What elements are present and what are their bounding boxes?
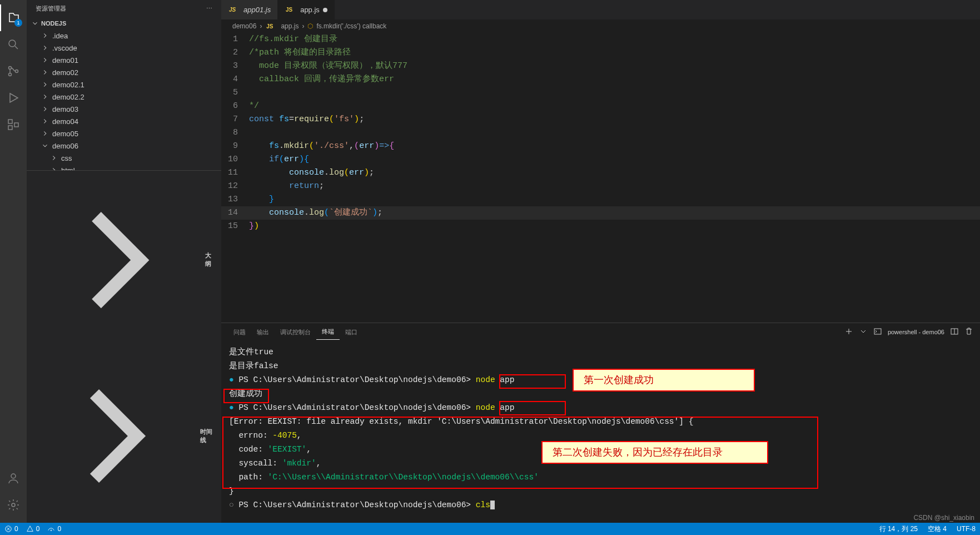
status-position[interactable]: 行 14，列 25 <box>879 524 918 534</box>
tree-folder[interactable]: demo05 <box>27 127 221 140</box>
svg-point-3 <box>9 73 12 76</box>
svg-rect-6 <box>8 120 12 123</box>
tree-folder[interactable]: .vscode <box>27 42 221 54</box>
terminal-line: ○ PS C:\Users\Administrator\Desktop\node… <box>229 498 972 512</box>
terminal-profile-icon[interactable] <box>873 327 882 337</box>
tree-folder[interactable]: demo04 <box>27 115 221 127</box>
status-port[interactable]: 0 <box>47 525 61 533</box>
svg-rect-8 <box>14 123 18 127</box>
extensions-icon[interactable] <box>0 111 27 138</box>
js-file-icon: JS <box>265 22 274 31</box>
js-file-icon: JS <box>228 6 237 14</box>
new-terminal-icon[interactable] <box>844 327 853 337</box>
tree-folder[interactable]: .idea <box>27 29 221 42</box>
svg-point-2 <box>9 67 12 70</box>
tree-folder-expanded[interactable]: demo06 <box>27 140 221 152</box>
panel-tab-ports[interactable]: 端口 <box>340 325 363 340</box>
panel-tabs: 问题 输出 调试控制台 终端 端口 powershell - demo06 <box>221 323 980 341</box>
tree-folder[interactable]: html <box>27 164 221 170</box>
outline-section[interactable]: 大纲 <box>27 171 221 349</box>
tab-app[interactable]: JSapp.js <box>278 0 335 19</box>
tree-folder[interactable]: demo02.1 <box>27 78 221 91</box>
watermark: CSDN @shi_xiaobin <box>913 514 974 522</box>
panel-tab-terminal[interactable]: 终端 <box>316 324 340 340</box>
split-terminal-icon[interactable] <box>950 327 959 337</box>
debug-icon[interactable] <box>0 85 27 111</box>
symbol-icon: ⬡ <box>307 22 313 30</box>
breadcrumb[interactable]: demo06 › JSapp.js › ⬡fs.mkdir('./css') c… <box>221 19 980 33</box>
panel-tab-debug[interactable]: 调试控制台 <box>275 325 316 340</box>
editor-tabs: JSapp01.js JSapp.js <box>221 0 980 19</box>
terminal-line: ● PS C:\Users\Administrator\Desktop\node… <box>229 401 972 415</box>
panel-tab-problems[interactable]: 问题 <box>228 325 251 340</box>
svg-rect-13 <box>874 329 881 334</box>
status-errors[interactable]: 0 <box>4 525 18 533</box>
annotation-label: 第一次创建成功 <box>573 369 755 392</box>
sidebar-header: 资源管理器 ⋯ <box>27 0 221 17</box>
dropdown-icon[interactable] <box>859 327 868 337</box>
terminal-label[interactable]: powershell - demo06 <box>888 329 944 335</box>
js-file-icon: JS <box>285 6 293 14</box>
svg-point-9 <box>11 474 16 478</box>
trash-icon[interactable] <box>964 327 973 337</box>
svg-line-1 <box>15 46 18 49</box>
svg-point-10 <box>12 503 15 507</box>
tree-folder[interactable]: demo01 <box>27 54 221 66</box>
svg-marker-5 <box>10 93 18 102</box>
more-icon[interactable]: ⋯ <box>206 5 212 12</box>
terminal-line: 是文件true <box>229 345 972 359</box>
svg-point-4 <box>16 70 18 73</box>
terminal-line: } <box>229 484 972 498</box>
sidebar: 资源管理器 ⋯ NODEJS .idea .vscode demo01 demo… <box>27 0 221 523</box>
tree-root[interactable]: NODEJS <box>27 17 221 29</box>
explorer-icon[interactable]: 1 <box>0 4 27 31</box>
tree-folder[interactable]: css <box>27 152 221 164</box>
status-bar: 0 0 0 行 14，列 25 空格 4 UTF-8 <box>0 523 980 535</box>
timeline-section[interactable]: 时间线 <box>27 349 221 523</box>
svg-point-0 <box>9 40 16 47</box>
terminal-line: path: 'C:\\Users\\Administrator\\Desktop… <box>229 470 972 484</box>
annotation-label: 第二次创建失败，因为已经存在此目录 <box>541 441 768 464</box>
terminal-content[interactable]: 是文件true 是目录false ● PS C:\Users\Administr… <box>221 341 980 523</box>
terminal-line: [Error: EEXIST: file already exists, mkd… <box>229 415 972 429</box>
svg-point-19 <box>51 530 52 531</box>
tree-folder[interactable]: demo03 <box>27 103 221 115</box>
code-editor[interactable]: 1//fs.mkdir 创建目录2/*path 将创建的目录路径3 mode 目… <box>221 33 980 323</box>
search-icon[interactable] <box>0 31 27 58</box>
activity-bar: 1 <box>0 0 27 523</box>
tab-app01[interactable]: JSapp01.js <box>221 0 278 19</box>
editor-area: JSapp01.js JSapp.js demo06 › JSapp.js › … <box>221 0 980 523</box>
tree-folder[interactable]: demo02.2 <box>27 91 221 103</box>
account-icon[interactable] <box>0 465 27 492</box>
source-control-icon[interactable] <box>0 58 27 85</box>
status-spaces[interactable]: 空格 4 <box>928 524 947 534</box>
status-warnings[interactable]: 0 <box>26 525 40 533</box>
tree-folder[interactable]: demo02 <box>27 66 221 78</box>
svg-rect-7 <box>8 126 12 130</box>
status-encoding[interactable]: UTF-8 <box>957 525 976 533</box>
sidebar-title: 资源管理器 <box>36 4 66 13</box>
bottom-panel: 问题 输出 调试控制台 终端 端口 powershell - demo06 是文… <box>221 323 980 523</box>
file-tree: .idea .vscode demo01 demo02 demo02.1 dem… <box>27 29 221 170</box>
panel-tab-output[interactable]: 输出 <box>251 325 275 340</box>
modified-indicator <box>323 8 327 12</box>
settings-icon[interactable] <box>0 492 27 518</box>
